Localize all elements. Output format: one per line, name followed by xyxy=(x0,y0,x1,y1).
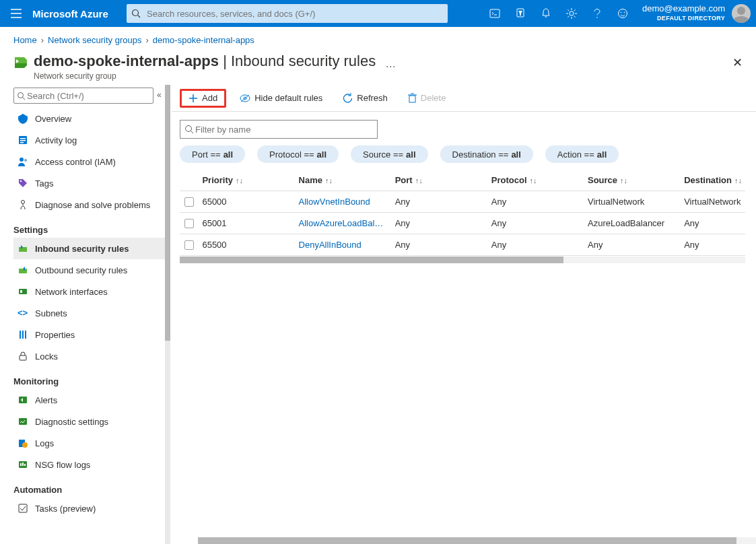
sidebar-item-subnets[interactable]: <>Subnets xyxy=(13,302,165,324)
hamburger-icon xyxy=(11,9,22,18)
scrollbar-thumb[interactable] xyxy=(165,85,170,341)
row-priority: 65001 xyxy=(198,218,294,228)
close-button[interactable]: ✕ xyxy=(732,53,743,70)
sidebar-item-overview[interactable]: Overview xyxy=(13,108,165,129)
avatar[interactable] xyxy=(732,4,751,23)
add-button[interactable]: Add xyxy=(180,89,226,108)
refresh-label: Refresh xyxy=(357,93,388,103)
row-name[interactable]: DenyAllInBound xyxy=(295,240,391,250)
table-header: Priority↑↓ Name↑↓ Port↑↓ Protocol↑↓ Sour… xyxy=(180,170,745,191)
sidebar-item-tasks[interactable]: Tasks (preview) xyxy=(13,498,165,519)
sidebar-item-diagset[interactable]: Diagnostic settings xyxy=(13,411,165,432)
more-button[interactable]: … xyxy=(385,53,397,70)
sidebar-section-header: Monitoring xyxy=(13,367,165,389)
row-protocol: Any xyxy=(487,218,584,228)
sidebar-item-diag[interactable]: Diagnose and solve problems xyxy=(13,194,165,215)
svg-line-25 xyxy=(23,97,26,100)
row-name[interactable]: AllowVnetInBound xyxy=(295,197,391,207)
col-name[interactable]: Name↑↓ xyxy=(295,175,391,185)
chevron-right-icon: › xyxy=(145,35,148,45)
inbound-icon xyxy=(18,243,28,254)
svg-point-3 xyxy=(133,10,139,16)
refresh-button[interactable]: Refresh xyxy=(336,89,394,108)
global-search-input[interactable] xyxy=(145,4,448,23)
sidebar-item-label: Overview xyxy=(35,114,71,124)
brand-label[interactable]: Microsoft Azure xyxy=(32,8,127,20)
sidebar-item-inbound[interactable]: Inbound security rules xyxy=(13,238,165,259)
sidebar-search-input[interactable] xyxy=(26,90,150,102)
breadcrumb-resource[interactable]: demo-spoke-internal-apps xyxy=(153,35,254,45)
filter-input[interactable] xyxy=(194,124,373,135)
help-button[interactable] xyxy=(584,0,610,27)
diagset-icon xyxy=(18,416,28,427)
sidebar-item-props[interactable]: Properties xyxy=(13,324,165,345)
sidebar-item-nic[interactable]: Network interfaces xyxy=(13,281,165,302)
scrollbar-thumb[interactable] xyxy=(198,537,736,544)
sidebar-item-activity[interactable]: Activity log xyxy=(13,129,165,151)
notifications-button[interactable] xyxy=(533,0,559,27)
svg-point-33 xyxy=(22,201,25,204)
row-priority: 65500 xyxy=(198,240,294,250)
col-source[interactable]: Source↑↓ xyxy=(584,175,680,185)
svg-rect-5 xyxy=(490,9,500,18)
filter-pill-protocol[interactable]: Protocol == all xyxy=(257,145,339,163)
settings-button[interactable] xyxy=(559,0,584,27)
row-checkbox[interactable] xyxy=(180,219,198,228)
filter-pill-source[interactable]: Source == all xyxy=(351,145,427,163)
account-info[interactable]: demo@example.com DEFAULT DIRECTORY xyxy=(635,4,728,23)
refresh-icon xyxy=(343,93,353,103)
table-row[interactable]: 65000AllowVnetInBoundAnyAnyVirtualNetwor… xyxy=(180,191,745,213)
row-destination: Any xyxy=(680,218,745,228)
sidebar-item-flow[interactable]: NSG flow logs xyxy=(13,454,165,475)
table-horizontal-scrollbar[interactable] xyxy=(180,257,745,263)
page-horizontal-scrollbar[interactable] xyxy=(198,537,756,544)
sidebar-item-label: NSG flow logs xyxy=(35,460,90,470)
sidebar-item-label: Network interfaces xyxy=(35,287,108,297)
row-checkbox[interactable] xyxy=(180,240,198,250)
hide-default-button[interactable]: Hide default rules xyxy=(233,89,329,108)
svg-rect-27 xyxy=(20,138,26,139)
filter-pill-action[interactable]: Action == all xyxy=(545,145,619,163)
sidebar-item-tags[interactable]: Tags xyxy=(13,172,165,194)
chevron-right-icon: › xyxy=(41,35,44,45)
table-row[interactable]: 65500DenyAllInBoundAnyAnyAnyAny xyxy=(180,234,745,256)
svg-point-24 xyxy=(18,92,24,98)
svg-rect-42 xyxy=(22,331,24,339)
breadcrumb-home[interactable]: Home xyxy=(13,35,37,45)
main: Add Hide default rules Refresh Delete xyxy=(165,85,756,544)
svg-rect-38 xyxy=(19,289,27,294)
sidebar-item-label: Activity log xyxy=(35,135,77,145)
col-priority[interactable]: Priority↑↓ xyxy=(198,175,294,185)
row-name[interactable]: AllowAzureLoadBalan... xyxy=(295,218,391,228)
scrollbar-thumb[interactable] xyxy=(180,257,563,263)
sidebar-item-label: Tasks (preview) xyxy=(35,504,96,514)
sidebar-item-alerts[interactable]: Alerts xyxy=(13,389,165,411)
collapse-sidebar-button[interactable]: « xyxy=(157,90,162,100)
col-destination[interactable]: Destination↑↓ xyxy=(680,175,745,185)
row-checkbox[interactable] xyxy=(180,197,198,207)
col-port[interactable]: Port↑↓ xyxy=(391,175,487,185)
feedback-button[interactable] xyxy=(610,0,635,27)
table-row[interactable]: 65001AllowAzureLoadBalan...AnyAnyAzureLo… xyxy=(180,213,745,234)
page-title: demo-spoke-internal-apps | Inbound secur… xyxy=(0,53,756,85)
filter-pills: Port == allProtocol == allSource == allD… xyxy=(180,145,748,163)
sidebar-item-logs[interactable]: Logs xyxy=(13,432,165,454)
sidebar-item-outbound[interactable]: Outbound security rules xyxy=(13,259,165,281)
svg-line-15 xyxy=(568,9,569,11)
col-protocol[interactable]: Protocol↑↓ xyxy=(487,175,584,185)
filter-pill-destination[interactable]: Destination == all xyxy=(440,145,533,163)
menu-button[interactable] xyxy=(0,0,32,27)
sidebar: « OverviewActivity logAccess control (IA… xyxy=(0,85,165,544)
global-search[interactable] xyxy=(127,4,448,23)
cloud-shell-button[interactable] xyxy=(482,0,508,27)
directory-filter-button[interactable] xyxy=(508,0,533,27)
filter-pill-port[interactable]: Port == all xyxy=(180,145,245,163)
sidebar-search[interactable] xyxy=(13,88,153,104)
filter-by-name[interactable] xyxy=(180,120,378,139)
sidebar-item-locks[interactable]: Locks xyxy=(13,345,165,367)
breadcrumb-nsg[interactable]: Network security groups xyxy=(48,35,141,45)
vertical-scrollbar[interactable] xyxy=(165,85,170,544)
nic-icon xyxy=(18,286,28,297)
sidebar-item-label: Tags xyxy=(35,178,53,189)
sidebar-item-iam[interactable]: Access control (IAM) xyxy=(13,151,165,172)
